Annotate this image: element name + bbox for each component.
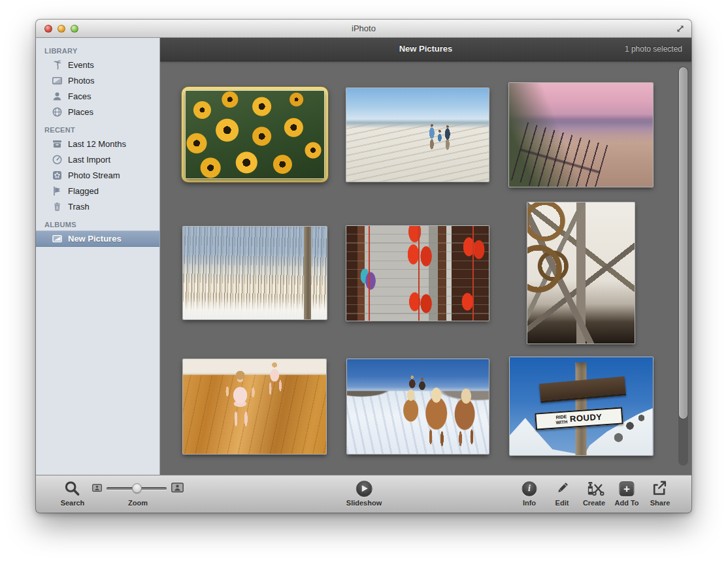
grid-cell [183, 359, 326, 454]
archive-box-icon [52, 138, 63, 150]
play-icon [356, 481, 372, 497]
sidebar-item-flagged[interactable]: Flagged [36, 183, 159, 199]
zoom-slider[interactable] [107, 483, 167, 494]
album-title: New Pictures [160, 44, 691, 54]
sidebar-item-label: Photo Stream [68, 170, 120, 180]
sidebar-item-label: Places [68, 107, 93, 117]
sidebar-section-library: LIBRARY [44, 47, 159, 55]
sidebar-item-label: Photos [68, 76, 94, 86]
roudy-sign-board: RIDE WITH ROUDY [535, 407, 623, 430]
sidebar-item-label: Last 12 Months [68, 139, 126, 149]
flag-icon [52, 185, 63, 197]
selection-status: 1 photo selected [625, 44, 682, 54]
globe-icon [52, 106, 63, 118]
sign-small-text: RIDE WITH [555, 414, 568, 425]
grid-cell [182, 87, 328, 182]
sidebar-item-label: Trash [68, 202, 90, 212]
pencil-icon [554, 480, 571, 497]
add-to-button[interactable]: + Add To [614, 480, 638, 507]
photo-icon [52, 75, 63, 86]
sidebar-item-label: Events [68, 60, 94, 70]
sidebar-item-last-import[interactable]: Last Import [36, 152, 159, 167]
sidebar-item-photos[interactable]: Photos [36, 72, 159, 88]
photo-thumbnail-children-dancing[interactable] [183, 359, 326, 454]
scrollbar-thumb[interactable] [679, 67, 687, 419]
sidebar-item-label: Flagged [68, 186, 99, 196]
sign-big-text: ROUDY [570, 412, 603, 424]
sidebar-item-label: Faces [68, 91, 91, 101]
iphoto-window: iPhoto LIBRARY Events [36, 20, 691, 513]
plus-icon: + [620, 481, 635, 496]
create-button[interactable]: Create [583, 480, 605, 507]
grid-cell [346, 226, 489, 321]
album-icon [52, 233, 63, 244]
grid-cell: RIDE WITH ROUDY [510, 357, 653, 455]
zoom-slider-knob[interactable] [132, 483, 142, 493]
scrollbar-track[interactable] [678, 67, 688, 466]
photo-browser: New Pictures 1 photo selected [160, 38, 691, 475]
share-button[interactable]: Share [650, 480, 670, 507]
zoom-control: Zoom [92, 480, 184, 507]
sidebar-item-events[interactable]: Events [36, 57, 159, 72]
info-icon: i [522, 481, 537, 496]
sidebar-item-new-pictures[interactable]: New Pictures [36, 231, 159, 247]
photo-thumbnail-horses-snow[interactable] [347, 359, 489, 454]
photo-thumbnail-aspen-trees[interactable] [183, 227, 327, 319]
grid-cell [183, 227, 327, 319]
palm-tree-icon [52, 59, 63, 71]
selection-frame [182, 87, 328, 182]
grid-cell [346, 88, 489, 182]
edit-button[interactable]: Edit [554, 480, 571, 507]
sidebar: LIBRARY Events Photos [36, 38, 160, 475]
search-icon [64, 480, 81, 497]
photo-thumbnail-tower-structure[interactable] [527, 202, 635, 344]
trash-icon [52, 201, 63, 212]
clock-icon [52, 154, 63, 165]
grid-cell [527, 202, 635, 344]
sidebar-item-label: Last Import [68, 155, 110, 165]
sidebar-item-last-12-months[interactable]: Last 12 Months [36, 136, 159, 152]
photo-thumbnail-yellow-flowers[interactable] [186, 91, 324, 178]
person-icon [52, 91, 63, 102]
sidebar-item-photo-stream[interactable]: Photo Stream [36, 167, 159, 183]
slideshow-button[interactable]: Slideshow [346, 480, 382, 507]
sidebar-item-trash[interactable]: Trash [36, 199, 159, 214]
window-title: iPhoto [36, 24, 691, 33]
large-photo-icon [171, 483, 184, 495]
bottom-toolbar: Search [36, 475, 691, 513]
sidebar-item-faces[interactable]: Faces [36, 88, 159, 104]
sign-post [576, 362, 587, 456]
small-photo-icon [92, 483, 102, 494]
photo-thumbnail-family-on-beach[interactable] [346, 88, 489, 182]
upper-sign-board [539, 376, 626, 402]
photo-grid: RIDE WITH ROUDY [160, 61, 691, 475]
sidebar-item-label: New Pictures [68, 234, 122, 244]
sidebar-section-recent: RECENT [44, 126, 159, 134]
info-button[interactable]: i Info [522, 480, 537, 507]
share-icon [652, 480, 669, 497]
photo-thumbnail-fish-ornaments[interactable] [346, 226, 489, 321]
grid-cell [509, 83, 653, 187]
grid-cell [347, 359, 489, 454]
content-header: New Pictures 1 photo selected [160, 38, 691, 61]
search-button[interactable]: Search [61, 480, 85, 507]
glue-scissors-icon [584, 480, 604, 497]
fullscreen-icon[interactable] [676, 24, 685, 36]
sidebar-item-places[interactable]: Places [36, 104, 159, 120]
sidebar-section-albums: ALBUMS [44, 221, 159, 229]
photo-thumbnail-sunset-beach[interactable] [509, 83, 653, 187]
titlebar: iPhoto [36, 20, 691, 38]
photo-thumbnail-roudy-sign[interactable]: RIDE WITH ROUDY [510, 357, 653, 455]
photo-stream-icon [52, 170, 63, 181]
